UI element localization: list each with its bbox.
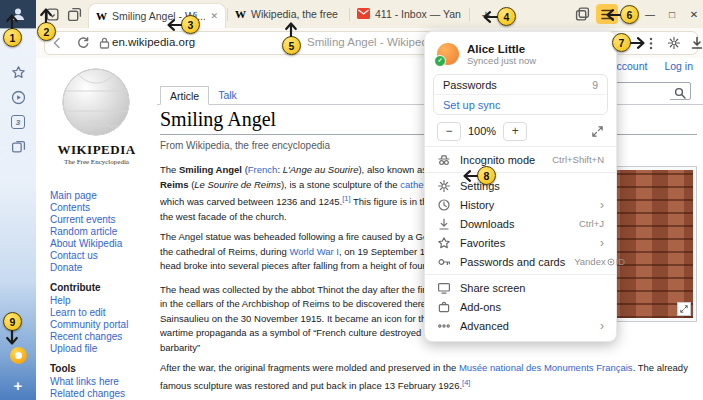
menu-item-shortcut: Ctrl+J: [579, 218, 604, 229]
menu-item-favorites[interactable]: Favorites ›: [425, 233, 616, 252]
zoom-out-button[interactable]: −: [437, 122, 461, 141]
menu-item-addons[interactable]: Add-ons: [425, 297, 616, 316]
lock-icon[interactable]: [98, 36, 112, 50]
tab-article[interactable]: Article: [160, 86, 209, 105]
tab-close-icon[interactable]: ✕: [210, 11, 218, 21]
annotation-9: 9: [3, 312, 22, 331]
annotation-2: 2: [37, 22, 56, 41]
tab-smiling-angel[interactable]: W Smiling Angel - Wi... ✕: [88, 3, 226, 28]
menu-item-label: Share screen: [460, 282, 604, 294]
tab-panel-icon[interactable]: [574, 6, 591, 23]
alice-assistant-icon[interactable]: [9, 346, 27, 364]
url-text[interactable]: en.wikipedia.org: [112, 28, 195, 58]
reference-link[interactable]: [4]: [462, 378, 470, 387]
key-icon: [437, 255, 451, 269]
menu-item-downloads[interactable]: Downloads Ctrl+J: [425, 214, 616, 233]
extensions-icon[interactable]: [667, 36, 681, 50]
ellipsis-icon: [437, 319, 451, 333]
nav-contents[interactable]: Contents: [50, 202, 154, 214]
menu-item-history[interactable]: History ›: [425, 195, 616, 214]
nav-what-links-here[interactable]: What links here: [50, 376, 154, 388]
wiki-content-tabs: Article Talk: [160, 86, 246, 105]
wiki-link[interactable]: French: [248, 164, 278, 175]
menu-user-row[interactable]: ✓ Alice Little Synced just now: [425, 38, 616, 72]
refresh-icon[interactable]: [76, 36, 90, 50]
passwords-count: 9: [592, 79, 598, 91]
window-minimize-button[interactable]: —: [642, 4, 658, 24]
tab-separator: [469, 8, 470, 21]
new-window-icon[interactable]: [66, 6, 83, 23]
menu-item-settings[interactable]: Settings: [425, 176, 616, 195]
tools-heading: Tools: [50, 363, 154, 374]
collections-icon[interactable]: [9, 138, 27, 156]
puzzle-icon: [437, 300, 451, 314]
wikipedia-logo[interactable]: [60, 66, 132, 138]
nav-recent-changes[interactable]: Recent changes: [50, 331, 154, 343]
menu-item-label: History: [460, 199, 591, 211]
sync-check-icon: ✓: [434, 55, 446, 67]
text-segment: in the cellars of the Archbishop of Reim…: [160, 298, 439, 309]
menu-item-passwords-cards[interactable]: Passwords and cards Yandex ID: [425, 252, 616, 271]
nav-contact-us[interactable]: Contact us: [50, 250, 154, 262]
annotation-arrow: [4, 330, 20, 346]
page-title-text: Smiling Angel - Wikipedia: [307, 28, 437, 58]
window-maximize-button[interactable]: □: [664, 4, 680, 24]
nav-current-events[interactable]: Current events: [50, 214, 154, 226]
annotation-arrow: [166, 17, 182, 33]
wiki-link[interactable]: World War I: [289, 246, 339, 257]
login-link[interactable]: Log in: [664, 60, 693, 72]
annotation-arrow: [38, 7, 54, 23]
annotation-arrow: [462, 168, 478, 184]
passwords-label: Passwords: [443, 79, 497, 91]
yandex-id-eye-icon: [607, 258, 615, 266]
text-segment: Sainsaulieu on the 30 November 1915. It …: [160, 313, 440, 324]
wiki-left-nav: Main page Contents Current events Random…: [50, 190, 154, 400]
nav-related-changes[interactable]: Related changes: [50, 388, 154, 400]
reference-link[interactable]: [1]: [342, 194, 350, 203]
annotation-6: 6: [620, 5, 639, 24]
menu-item-incognito[interactable]: Incognito mode Ctrl+Shift+N: [425, 150, 616, 169]
tab-talk[interactable]: Talk: [209, 86, 246, 105]
fullscreen-icon[interactable]: [591, 125, 604, 138]
window-close-button[interactable]: ✕: [686, 4, 702, 24]
menu-item-advanced[interactable]: Advanced ›: [425, 316, 616, 335]
nav-learn-to-edit[interactable]: Learn to edit: [50, 307, 154, 319]
text-segment: wartime propaganda as a symbol of “Frenc…: [160, 327, 434, 338]
tab-title: Wikipedia, the free encyclo...: [251, 8, 341, 20]
sidebar-add-button[interactable]: +: [9, 376, 27, 394]
yandex-id-badge: Yandex ID: [574, 256, 625, 267]
menu-item-share-screen[interactable]: Share screen: [425, 278, 616, 297]
tab-bar: W Smiling Angel - Wi... ✕ W Wikipedia, t…: [36, 0, 703, 29]
video-play-icon[interactable]: [9, 88, 27, 106]
text-segment: The: [160, 164, 179, 175]
history-clock-icon: [437, 198, 451, 212]
annotation-7: 7: [612, 33, 631, 52]
text-segment: head broke into several pieces after fal…: [160, 260, 436, 271]
wiki-link[interactable]: Musée national des Monuments Français: [459, 362, 633, 373]
yandex-id-text: ID: [616, 256, 626, 267]
menu-item-label: Advanced: [460, 320, 591, 332]
text-segment: The Angel statue was beheaded following …: [160, 231, 439, 242]
nav-random-article[interactable]: Random article: [50, 226, 154, 238]
zoom-in-button[interactable]: +: [503, 122, 527, 141]
user-name: Alice Little: [467, 43, 536, 55]
setup-sync-row[interactable]: Set up sync: [434, 94, 607, 114]
downloads-tray-icon[interactable]: [690, 36, 703, 50]
menu-passwords-row[interactable]: Passwords 9: [434, 75, 607, 94]
star-icon: [437, 236, 451, 250]
tab-counter-icon[interactable]: 3: [9, 113, 27, 131]
text-segment: which was carved between 1236 and 1245.: [160, 196, 342, 207]
tab-yandex-mail[interactable]: 411 - Inbox — Yandex Mail: [350, 3, 468, 25]
nav-main-page[interactable]: Main page: [50, 190, 154, 202]
submenu-chevron-icon: ›: [600, 238, 604, 248]
nav-donate[interactable]: Donate: [50, 262, 154, 274]
favorites-star-icon[interactable]: [9, 63, 27, 81]
nav-upload-file[interactable]: Upload file: [50, 343, 154, 355]
smartbox-more-icon[interactable]: [645, 37, 659, 51]
nav-community-portal[interactable]: Community portal: [50, 319, 154, 331]
nav-about-wikipedia[interactable]: About Wikipedia: [50, 238, 154, 250]
search-icon[interactable]: [674, 85, 686, 103]
nav-help[interactable]: Help: [50, 295, 154, 307]
text-segment: the cathedral of Reims, during: [160, 246, 289, 257]
zoom-value: 100%: [468, 125, 496, 137]
